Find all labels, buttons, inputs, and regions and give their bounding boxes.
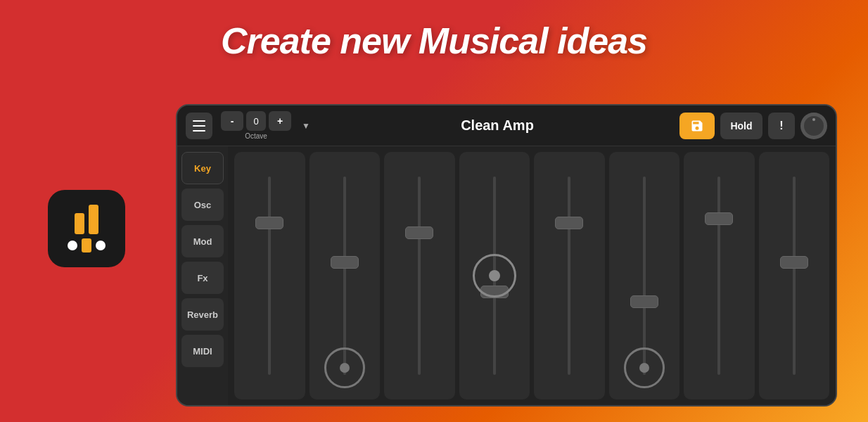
fader-slot-3: [384, 152, 455, 399]
icon-dot-left: [68, 241, 77, 250]
fader-rail-6: [643, 177, 646, 375]
preset-name: Clean Amp: [321, 117, 674, 134]
fader-rail-2: [343, 177, 346, 375]
hold-button[interactable]: Hold: [720, 113, 762, 139]
fader-thumb-3[interactable]: [405, 226, 433, 239]
dropdown-arrow[interactable]: ▼: [297, 117, 315, 135]
icon-dots-row: [68, 238, 106, 252]
master-knob[interactable]: [800, 113, 827, 139]
fader-slot-2: [309, 152, 381, 399]
icon-bar-2: [89, 205, 98, 234]
sidebar-item-midi[interactable]: MIDI: [181, 335, 224, 367]
fader-rail-3: [418, 177, 421, 375]
octave-section: - 0 + Octave: [221, 111, 291, 140]
menu-line-1: [193, 120, 205, 122]
fader-rail-5: [568, 177, 570, 375]
fader-slot-6: [609, 152, 680, 399]
menu-line-3: [193, 130, 205, 132]
headline: Create new Musical ideas: [0, 20, 868, 62]
sidebar-item-osc[interactable]: Osc: [181, 188, 224, 221]
fader-thumb-7[interactable]: [705, 212, 733, 225]
fader-slot-5: [534, 152, 605, 399]
icon-bars-row: [75, 205, 98, 234]
menu-line-2: [193, 125, 205, 127]
fader-slot-8: [759, 152, 830, 399]
fader-rail-7: [717, 177, 720, 375]
octave-minus-button[interactable]: -: [221, 111, 243, 131]
rotary-2[interactable]: [324, 347, 365, 388]
octave-label: Octave: [245, 132, 267, 140]
octave-controls: - 0 +: [221, 111, 291, 131]
sidebar: Key Osc Mod Fx Reverb MIDI: [177, 146, 228, 405]
save-icon: [690, 119, 704, 133]
rotary-4[interactable]: [473, 254, 516, 298]
synth-panel: - 0 + Octave ▼ Clean Amp Hold ! Key Osc …: [176, 104, 837, 407]
octave-plus-button[interactable]: +: [269, 111, 291, 131]
sidebar-item-mod[interactable]: Mod: [181, 225, 224, 257]
icon-bar-1: [75, 213, 84, 234]
fader-thumb-1[interactable]: [255, 217, 283, 229]
app-icon: [48, 190, 125, 267]
main-area: Key Osc Mod Fx Reverb MIDI: [177, 146, 836, 405]
rotary-6[interactable]: [624, 347, 665, 388]
icon-dot-right: [96, 241, 106, 250]
fader-thumb-8[interactable]: [780, 256, 808, 269]
fader-rail-1: [268, 177, 271, 375]
fader-thumb-5[interactable]: [555, 217, 583, 229]
fader-thumb-2[interactable]: [331, 256, 359, 269]
top-bar: - 0 + Octave ▼ Clean Amp Hold !: [177, 106, 836, 146]
fader-slot-7: [684, 152, 755, 399]
exclamation-button[interactable]: !: [768, 113, 795, 139]
sidebar-item-reverb[interactable]: Reverb: [181, 298, 224, 331]
icon-dot-mid: [82, 238, 91, 252]
fader-slot-1: [234, 152, 305, 399]
fader-thumb-6[interactable]: [630, 295, 658, 308]
sidebar-item-key[interactable]: Key: [181, 152, 224, 184]
fader-rail-8: [793, 177, 796, 375]
fader-area: [228, 146, 836, 405]
knob-indicator: [812, 118, 815, 121]
octave-value: 0: [246, 111, 266, 131]
menu-button[interactable]: [186, 113, 212, 139]
save-button[interactable]: [679, 113, 715, 139]
sidebar-item-fx[interactable]: Fx: [181, 262, 224, 294]
fader-slot-4: [459, 152, 530, 399]
